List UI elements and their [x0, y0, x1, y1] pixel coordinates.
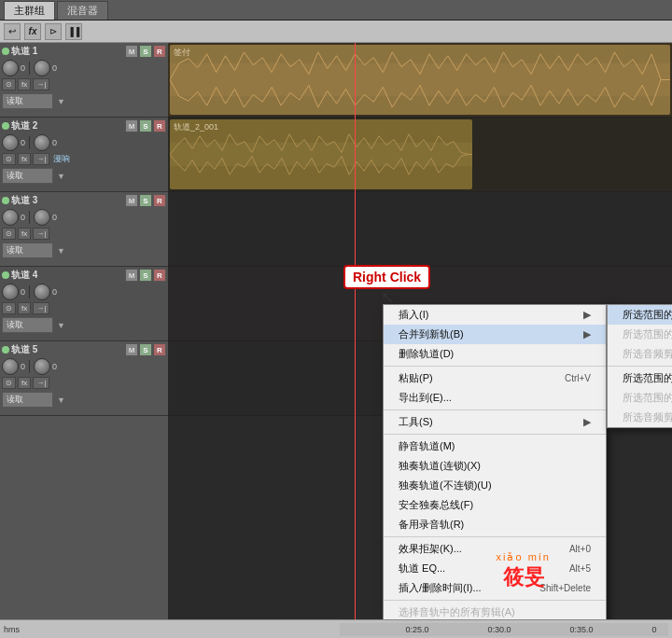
mute-btn-3[interactable]: M — [125, 194, 138, 207]
rec-btn-1[interactable]: R — [153, 45, 166, 58]
timeline-ruler: 0:25.0 0:30.0 0:35.0 0 — [340, 623, 668, 636]
track-icon-1 — [2, 48, 9, 55]
svg-rect-0 — [170, 63, 670, 97]
ctx-insert-delete-shortcut: Shift+Delete — [539, 583, 591, 593]
svg-rect-1 — [170, 143, 472, 167]
meter-btn[interactable]: ▐▐ — [65, 23, 82, 40]
timeline-area: 签付 轨道_2_001 — [168, 43, 672, 619]
pan-knob-1[interactable] — [2, 60, 19, 76]
clip-label-1: 签付 — [174, 47, 190, 59]
track-name-1: 轨道 1 — [11, 45, 125, 58]
track-icon-2 — [2, 122, 9, 130]
tab-mixer[interactable]: 混音器 — [57, 1, 108, 20]
fx-power-3[interactable]: ⊙ — [2, 228, 16, 240]
track-icon-3 — [2, 197, 9, 204]
fx-label-1[interactable]: fx — [18, 78, 31, 90]
rec-btn-4[interactable]: R — [153, 269, 166, 282]
fx-label-3[interactable]: fx — [18, 228, 31, 240]
ctx-fx-rack[interactable]: 效果拒架(K)... Alt+0 — [384, 539, 606, 559]
mute-btn-4[interactable]: M — [125, 269, 138, 282]
solo-btn-3[interactable]: S — [139, 194, 152, 207]
fx-power-2[interactable]: ⊙ — [2, 153, 16, 165]
playhead — [355, 43, 356, 619]
fx-label-5[interactable]: fx — [18, 377, 31, 389]
fx-label-4[interactable]: fx — [18, 302, 31, 314]
ruler-mark-2: 0:30.0 — [487, 625, 511, 634]
fx-arrow-5[interactable]: →| — [33, 377, 49, 389]
pan-knob-4[interactable] — [2, 284, 19, 300]
track-row-5: 轨道 5 M S R 0 0 ⊙ fx →| 读取 ▼ — [0, 341, 168, 416]
ctx-safe-solo[interactable]: 安全独奏总线(F) — [384, 495, 606, 515]
pan-knob-5[interactable] — [2, 358, 19, 375]
track-row-1: 轨道 1 M S R 0 0 ⊙ fx →| 读取 ▼ — [0, 43, 168, 118]
track-name-2: 轨道 2 — [11, 119, 125, 132]
solo-btn-1[interactable]: S — [139, 45, 152, 58]
fx-btn[interactable]: fx — [24, 23, 41, 40]
vol-knob-4[interactable] — [34, 284, 50, 300]
mute-btn-1[interactable]: M — [125, 45, 138, 58]
fx-arrow-2[interactable]: →| — [33, 153, 49, 165]
waveform-row-3[interactable] — [168, 192, 672, 267]
rec-btn-2[interactable]: R — [153, 119, 166, 132]
bottom-bar: hms 0:25.0 0:30.0 0:35.0 0 — [0, 619, 672, 638]
track-icon-5 — [2, 346, 9, 354]
fx-power-4[interactable]: ⊙ — [2, 302, 16, 314]
ctx-tools-arrow: ▶ — [583, 416, 591, 428]
ctx-track-eq-shortcut: Alt+5 — [569, 563, 591, 574]
ctx-solo-chain[interactable]: 独奏轨道(连锁)(X) — [384, 456, 606, 476]
fx-arrow-4[interactable]: →| — [33, 302, 49, 314]
waveform-row-4[interactable] — [168, 267, 672, 341]
ctx-spare-track[interactable]: 备用录音轨(R) — [384, 515, 606, 534]
pan-knob-2[interactable] — [2, 134, 19, 151]
pan-knob-3[interactable] — [2, 209, 19, 226]
ctx-sep-5 — [384, 600, 606, 601]
ruler-mark-1: 0:25.0 — [405, 625, 428, 634]
track-name-5: 轨道 5 — [11, 343, 125, 356]
waveform-row-5[interactable] — [168, 341, 672, 416]
ctx-track-eq[interactable]: 轨道 EQ... Alt+5 — [384, 559, 606, 578]
waveform-row-1[interactable]: 签付 — [168, 43, 672, 118]
waveform-row-2[interactable]: 轨道_2_001 — [168, 118, 672, 192]
rec-btn-3[interactable]: R — [153, 194, 166, 207]
ctx-select-all-clips[interactable]: 选择音轨中的所有剪辑(A) — [384, 603, 606, 619]
fx-arrow-3[interactable]: →| — [33, 228, 49, 240]
vol-knob-2[interactable] — [34, 134, 50, 151]
vol-knob-5[interactable] — [34, 358, 50, 375]
fx-arrow-1[interactable]: →| — [33, 78, 49, 90]
read-dropdown-1[interactable]: 读取 — [2, 93, 53, 109]
ctx-fx-rack-shortcut: Alt+0 — [569, 544, 591, 554]
vol-knob-1[interactable] — [34, 60, 50, 76]
ruler-mark-4: 0 — [651, 625, 656, 634]
read-dropdown-3[interactable]: 读取 — [2, 243, 53, 258]
rec-btn-5[interactable]: R — [153, 343, 166, 356]
ctx-mute-track[interactable]: 静音轨道(M) — [384, 437, 606, 456]
main-layout: 轨道 1 M S R 0 0 ⊙ fx →| 读取 ▼ — [0, 43, 672, 619]
tab-main-group[interactable]: 主群组 — [4, 1, 55, 20]
mute-btn-5[interactable]: M — [125, 343, 138, 356]
ctx-solo-no-chain[interactable]: 独奏轨道(不连锁)(U) — [384, 476, 606, 495]
read-dropdown-5[interactable]: 读取 — [2, 392, 53, 408]
toolbar: ↩ fx ⊳ ▐▐ — [0, 21, 672, 43]
ctx-sep-4 — [384, 536, 606, 537]
fx-label-2[interactable]: fx — [18, 153, 31, 165]
send-label-2: 漫响 — [53, 153, 70, 165]
vol-knob-3[interactable] — [34, 209, 50, 226]
track-icon-4 — [2, 271, 9, 279]
fx-power-1[interactable]: ⊙ — [2, 78, 16, 90]
track-row-4: 轨道 4 M S R 0 0 ⊙ fx →| 读取 ▼ — [0, 267, 168, 341]
watermark-pinyin: xiǎo mín — [497, 551, 551, 563]
ctx-insert-delete-time[interactable]: 插入/删除时间(I)... Shift+Delete — [384, 578, 606, 598]
solo-btn-4[interactable]: S — [139, 269, 152, 282]
time-display: hms — [4, 625, 172, 634]
play-btn[interactable]: ⊳ — [45, 23, 62, 40]
solo-btn-2[interactable]: S — [139, 119, 152, 132]
solo-btn-5[interactable]: S — [139, 343, 152, 356]
mute-btn-2[interactable]: M — [125, 119, 138, 132]
read-dropdown-2[interactable]: 读取 — [2, 168, 53, 184]
fx-power-5[interactable]: ⊙ — [2, 377, 16, 389]
watermark-chinese: 筱旻 — [497, 563, 551, 591]
undo-btn[interactable]: ↩ — [4, 23, 21, 40]
ctx-sep-3 — [384, 434, 606, 435]
read-dropdown-4[interactable]: 读取 — [2, 317, 53, 333]
track-name-3: 轨道 3 — [11, 194, 125, 207]
